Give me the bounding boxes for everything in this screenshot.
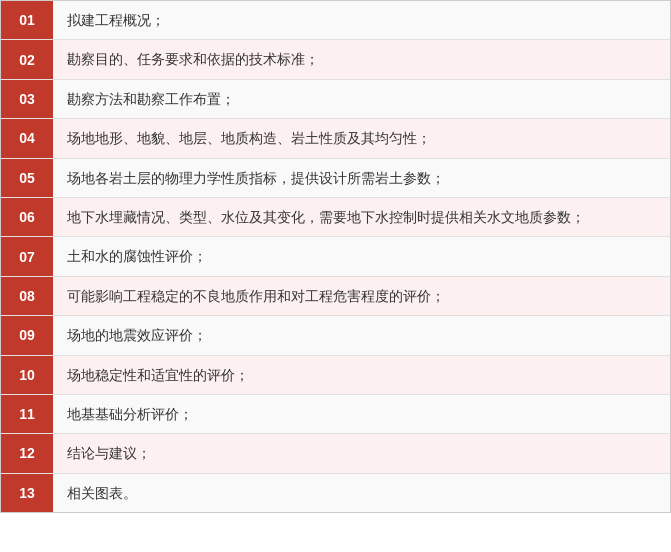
row-content: 相关图表。 bbox=[53, 474, 670, 512]
table-row: 13相关图表。 bbox=[1, 474, 670, 512]
row-number: 11 bbox=[1, 395, 53, 433]
row-content: 可能影响工程稳定的不良地质作用和对工程危害程度的评价； bbox=[53, 277, 670, 315]
table-row: 09场地的地震效应评价； bbox=[1, 316, 670, 355]
row-content: 土和水的腐蚀性评价； bbox=[53, 237, 670, 275]
row-number: 09 bbox=[1, 316, 53, 354]
row-number: 08 bbox=[1, 277, 53, 315]
row-number: 03 bbox=[1, 80, 53, 118]
table-row: 04场地地形、地貌、地层、地质构造、岩土性质及其均匀性； bbox=[1, 119, 670, 158]
table-row: 02勘察目的、任务要求和依据的技术标准； bbox=[1, 40, 670, 79]
row-content: 场地稳定性和适宜性的评价； bbox=[53, 356, 670, 394]
row-number: 02 bbox=[1, 40, 53, 78]
row-number: 13 bbox=[1, 474, 53, 512]
row-content: 场地地形、地貌、地层、地质构造、岩土性质及其均匀性； bbox=[53, 119, 670, 157]
row-number: 10 bbox=[1, 356, 53, 394]
row-number: 06 bbox=[1, 198, 53, 236]
table-row: 11地基基础分析评价； bbox=[1, 395, 670, 434]
row-content: 勘察目的、任务要求和依据的技术标准； bbox=[53, 40, 670, 78]
main-table: 01拟建工程概况；02勘察目的、任务要求和依据的技术标准；03勘察方法和勘察工作… bbox=[0, 0, 671, 513]
row-number: 01 bbox=[1, 1, 53, 39]
row-content: 场地各岩土层的物理力学性质指标，提供设计所需岩土参数； bbox=[53, 159, 670, 197]
table-row: 05场地各岩土层的物理力学性质指标，提供设计所需岩土参数； bbox=[1, 159, 670, 198]
row-content: 场地的地震效应评价； bbox=[53, 316, 670, 354]
table-row: 12结论与建议； bbox=[1, 434, 670, 473]
row-content: 结论与建议； bbox=[53, 434, 670, 472]
row-content: 拟建工程概况； bbox=[53, 1, 670, 39]
row-number: 07 bbox=[1, 237, 53, 275]
table-row: 01拟建工程概况； bbox=[1, 1, 670, 40]
row-content: 勘察方法和勘察工作布置； bbox=[53, 80, 670, 118]
table-row: 03勘察方法和勘察工作布置； bbox=[1, 80, 670, 119]
row-number: 05 bbox=[1, 159, 53, 197]
row-content: 地基基础分析评价； bbox=[53, 395, 670, 433]
table-row: 06地下水埋藏情况、类型、水位及其变化，需要地下水控制时提供相关水文地质参数； bbox=[1, 198, 670, 237]
row-number: 04 bbox=[1, 119, 53, 157]
table-row: 08可能影响工程稳定的不良地质作用和对工程危害程度的评价； bbox=[1, 277, 670, 316]
table-row: 07土和水的腐蚀性评价； bbox=[1, 237, 670, 276]
row-number: 12 bbox=[1, 434, 53, 472]
table-row: 10场地稳定性和适宜性的评价； bbox=[1, 356, 670, 395]
row-content: 地下水埋藏情况、类型、水位及其变化，需要地下水控制时提供相关水文地质参数； bbox=[53, 198, 670, 236]
